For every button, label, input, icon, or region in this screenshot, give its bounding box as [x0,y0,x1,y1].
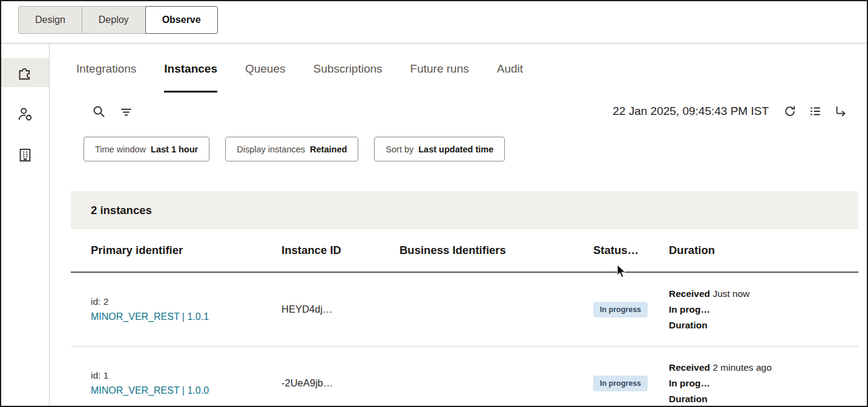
status-badge: In progress [593,376,648,391]
chip-label: Time window [95,145,146,154]
main-content: Integrations Instances Queues Subscripti… [50,44,867,407]
instances-table: Primary identifier Instance ID Business … [71,229,858,407]
column-duration: Duration [669,244,858,257]
time-window-filter[interactable]: Time window Last 1 hour [84,137,209,161]
sort-by-filter[interactable]: Sort by Last updated time [374,137,505,161]
tab-audit[interactable]: Audit [497,44,523,94]
topnav-observe-button[interactable]: Observe [145,6,218,34]
column-instance-id: Instance ID [281,244,399,257]
sidebar-item-integrations[interactable] [1,58,49,87]
building-icon [17,147,33,163]
topnav-deploy-button[interactable]: Deploy [82,6,146,34]
topnav-design-button[interactable]: Design [18,6,82,34]
instance-id-cell: HEYD4dj… [281,304,399,315]
filter-icon[interactable] [119,105,133,119]
duration-label: Duration [669,317,858,333]
tab-integrations[interactable]: Integrations [76,44,136,94]
table-header: Primary identifier Instance ID Business … [71,229,858,273]
person-gear-icon [17,106,33,122]
column-business-identifiers: Business Identifiers [399,244,593,257]
duration-cell: Received Just now In prog… Duration [669,286,858,333]
instance-count: 2 instances [91,204,152,217]
status-cell: In progress [593,302,669,317]
status-cell: In progress [593,376,669,391]
filter-chip-row: Time window Last 1 hour Display instance… [84,137,867,161]
received-label: Received [669,288,710,299]
oic-observe-page: Design Deploy Observe [0,0,868,407]
primary-identifier-cell: id: 2 MINOR_VER_REST | 1.0.1 [91,296,281,322]
tab-subscriptions[interactable]: Subscriptions [314,44,383,94]
table-row[interactable]: id: 1 MINOR_VER_REST | 1.0.0 -2UeA9jb… I… [71,347,858,407]
chip-value: Last updated time [418,145,493,154]
display-instances-filter[interactable]: Display instances Retained [225,137,358,161]
puzzle-icon [17,65,33,81]
integration-link[interactable]: MINOR_VER_REST | 1.0.0 [91,385,209,396]
column-status: Status… [593,244,669,257]
instance-id-cell: -2UeA9jb… [281,377,399,389]
topnav-segmented-control: Design Deploy Observe [18,6,218,34]
sidebar-item-agents[interactable] [1,99,49,128]
primary-identifier-cell: id: 1 MINOR_VER_REST | 1.0.0 [91,370,281,396]
primary-id-text: id: 2 [91,296,281,307]
sidebar-item-organization[interactable] [1,140,49,169]
chip-label: Sort by [386,145,413,154]
primary-id-text: id: 1 [91,370,281,381]
column-primary-identifier: Primary identifier [91,244,281,257]
chip-value: Retained [310,145,347,154]
tab-instances[interactable]: Instances [164,44,217,94]
tab-bar: Integrations Instances Queues Subscripti… [76,44,867,94]
sidebar [1,44,50,407]
in-progress-label: In prog… [669,302,858,317]
received-label: Received [669,362,710,373]
duration-cell: Received 2 minutes ago In prog… Duration [669,360,858,407]
topbar: Design Deploy Observe [1,1,867,44]
toolbar: 22 Jan 2025, 09:45:43 PM IST [50,94,867,128]
in-progress-label: In prog… [669,376,858,391]
duration-label: Duration [669,391,858,407]
export-icon[interactable] [834,105,847,118]
chip-label: Display instances [237,145,305,154]
instance-count-band: 2 instances [71,191,858,229]
tab-future-runs[interactable]: Future runs [410,44,469,94]
received-value: 2 minutes ago [712,362,771,373]
last-refresh-timestamp: 22 Jan 2025, 09:45:43 PM IST [613,105,769,118]
received-value: Just now [712,288,749,299]
search-icon[interactable] [92,105,106,119]
table-row[interactable]: id: 2 MINOR_VER_REST | 1.0.1 HEYD4dj… In… [71,273,858,347]
chip-value: Last 1 hour [151,145,198,154]
integration-link[interactable]: MINOR_VER_REST | 1.0.1 [91,311,209,322]
view-list-icon[interactable] [809,105,822,118]
tab-queues[interactable]: Queues [245,44,286,94]
status-badge: In progress [593,302,648,317]
refresh-icon[interactable] [783,105,797,118]
